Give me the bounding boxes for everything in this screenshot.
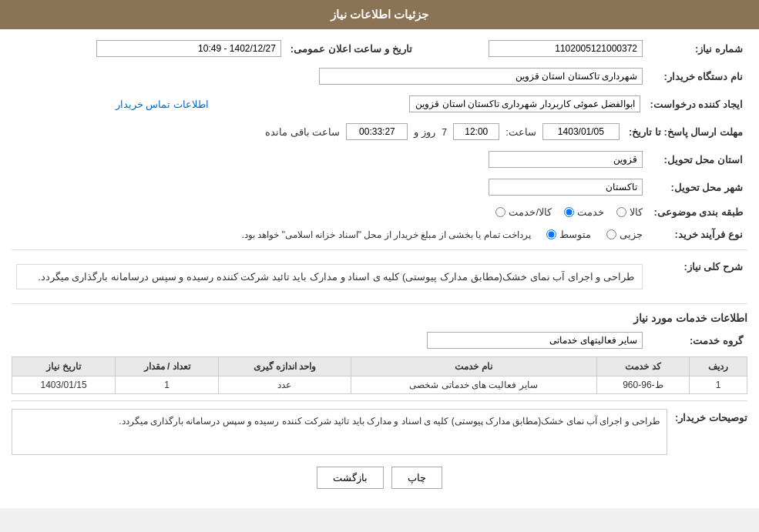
- type-medium-radio[interactable]: [546, 229, 556, 239]
- type-table: نوع فرآیند خرید: جزیی متوسط پرداخت تمام …: [12, 226, 747, 243]
- col-header-count: تعداد / مقدار: [116, 357, 219, 376]
- cell-row: 1: [690, 376, 747, 394]
- deadline-cell: ساعت: 7 روز و ساعت باقی مانده: [12, 120, 624, 143]
- category-goods-service-radio[interactable]: [495, 207, 505, 217]
- deadline-remaining-input[interactable]: [346, 123, 408, 140]
- buyer-notes-row: توصیحات خریدار: طراحی و اجرای آب نمای خش…: [12, 409, 747, 455]
- buyer-notes-box: طراحی و اجرای آب نمای خشک(مطابق مدارک پی…: [12, 409, 667, 455]
- back-button[interactable]: بازگشت: [317, 467, 384, 489]
- category-goods-radio[interactable]: [616, 207, 626, 217]
- category-label: طبقه بندی موضوعی:: [647, 203, 747, 221]
- services-data-table: ردیف کد خدمت نام خدمت واحد اندازه گیری ت…: [12, 356, 747, 394]
- category-service-label[interactable]: خدمت: [564, 206, 604, 218]
- service-group-table: گروه خدمت:: [12, 329, 747, 352]
- type-medium-text: متوسط: [559, 229, 591, 240]
- service-group-label: گروه خدمت:: [647, 329, 747, 352]
- separator-3: [12, 400, 747, 401]
- category-service-text: خدمت: [577, 206, 604, 218]
- col-header-date: تاریخ نیاز: [12, 357, 116, 376]
- category-goods-service-text: کالا/خدمت: [509, 206, 552, 218]
- buyer-notes-label: توصیحات خریدار:: [675, 409, 747, 423]
- creator-input[interactable]: [409, 95, 640, 112]
- cell-name: سایر فعالیت های خدماتی شخصی: [351, 376, 596, 394]
- announcement-input[interactable]: [96, 40, 281, 57]
- category-table: طبقه بندی موضوعی: کالا خدمت کالا/خدمت: [12, 203, 747, 221]
- deadline-date-input[interactable]: [542, 123, 620, 140]
- description-cell: طراحی و اجرای آب نمای خشک(مطابق مدارک پی…: [12, 256, 647, 297]
- province-input[interactable]: [489, 151, 643, 168]
- buttons-row: بازگشت چاپ: [12, 467, 747, 489]
- deadline-label: مهلت ارسال پاسخ: تا تاریخ:: [624, 120, 747, 143]
- separator-2: [12, 303, 747, 304]
- buyer-org-input[interactable]: [319, 68, 643, 85]
- type-medium-label[interactable]: متوسط: [546, 229, 591, 240]
- category-radio-group: کالا خدمت کالا/خدمت: [16, 206, 643, 218]
- col-header-unit: واحد اندازه گیری: [219, 357, 351, 376]
- buyer-org-table: نام دستگاه خریدار:: [12, 65, 747, 88]
- deadline-row: ساعت: 7 روز و ساعت باقی مانده: [16, 123, 620, 140]
- table-row: 1ط-96-960سایر فعالیت های خدماتی شخصیعدد1…: [12, 376, 747, 394]
- buyer-notes-section: توصیحات خریدار: طراحی و اجرای آب نمای خش…: [12, 409, 747, 455]
- creator-label: ایجاد کننده درخواست:: [645, 92, 747, 115]
- page-title: جزئیات اطلاعات نیاز: [331, 8, 428, 21]
- deadline-table: مهلت ارسال پاسخ: تا تاریخ: ساعت: 7 روز و…: [12, 120, 747, 143]
- deadline-days-val: 7: [442, 126, 447, 138]
- category-goods-service-label[interactable]: کالا/خدمت: [495, 206, 552, 218]
- need-number-cell: [417, 37, 647, 60]
- announcement-cell: [12, 37, 286, 60]
- col-header-name: نام خدمت: [351, 357, 596, 376]
- category-service-radio[interactable]: [564, 207, 574, 217]
- contact-link[interactable]: اطلاعات تماس خریدار: [116, 99, 209, 110]
- cell-date: 1403/01/15: [12, 376, 116, 394]
- buyer-org-cell: [45, 65, 647, 88]
- city-input[interactable]: [489, 179, 643, 196]
- main-content: شماره نیاز: تاریخ و ساعت اعلان عمومی: نا…: [0, 29, 759, 508]
- services-section: اطلاعات خدمات مورد نیاز گروه خدمت: ردیف …: [12, 312, 747, 394]
- province-cell: [76, 148, 647, 171]
- need-number-label: شماره نیاز:: [647, 37, 747, 60]
- category-goods-text: کالا: [630, 206, 643, 218]
- type-partial-label[interactable]: جزیی: [606, 229, 643, 240]
- separator-1: [12, 249, 747, 250]
- cell-unit: عدد: [219, 376, 351, 394]
- description-text: طراحی و اجرای آب نمای خشک(مطابق مدارک پی…: [38, 271, 634, 283]
- deadline-days-label: روز و: [414, 126, 435, 138]
- category-cell: کالا خدمت کالا/خدمت: [12, 203, 647, 221]
- col-header-row: ردیف: [690, 357, 747, 376]
- top-info-table: شماره نیاز: تاریخ و ساعت اعلان عمومی:: [12, 37, 747, 60]
- col-header-code: کد خدمت: [596, 357, 690, 376]
- type-row: جزیی متوسط پرداخت تمام یا بخشی از مبلغ خ…: [16, 229, 643, 240]
- creator-cell: [217, 92, 645, 115]
- deadline-time-label: ساعت:: [505, 126, 536, 138]
- type-note-text: پرداخت تمام یا بخشی از مبلغ خریدار از مح…: [242, 229, 531, 240]
- buyer-org-label: نام دستگاه خریدار:: [647, 65, 747, 88]
- province-label: استان محل تحویل:: [647, 148, 747, 171]
- deadline-time-input[interactable]: [453, 123, 499, 140]
- province-table: استان محل تحویل:: [12, 148, 747, 171]
- need-number-input[interactable]: [489, 40, 643, 57]
- service-group-input[interactable]: [427, 332, 643, 349]
- creator-table: ایجاد کننده درخواست: اطلاعات تماس خریدار: [12, 92, 747, 115]
- page-header: جزئیات اطلاعات نیاز: [0, 0, 759, 29]
- buyer-notes-text: طراحی و اجرای آب نمای خشک(مطابق مدارک پی…: [119, 416, 660, 427]
- services-title: اطلاعات خدمات مورد نیاز: [12, 312, 747, 324]
- type-cell: جزیی متوسط پرداخت تمام یا بخشی از مبلغ خ…: [12, 226, 647, 243]
- type-partial-radio[interactable]: [606, 229, 616, 239]
- description-table: شرح کلی نیاز: طراحی و اجرای آب نمای خشک(…: [12, 256, 747, 297]
- category-goods-label[interactable]: کالا: [616, 206, 643, 218]
- cell-count: 1: [116, 376, 219, 394]
- city-table: شهر محل تحویل:: [12, 176, 747, 199]
- announcement-label: تاریخ و ساعت اعلان عمومی:: [286, 37, 417, 60]
- cell-code: ط-96-960: [596, 376, 690, 394]
- description-label: شرح کلی نیاز:: [647, 256, 747, 297]
- city-cell: [76, 176, 647, 199]
- page-wrapper: جزئیات اطلاعات نیاز شماره نیاز: تاریخ و …: [0, 0, 759, 508]
- description-box: طراحی و اجرای آب نمای خشک(مطابق مدارک پی…: [16, 264, 643, 289]
- type-partial-text: جزیی: [620, 229, 643, 240]
- deadline-remaining-label: ساعت باقی مانده: [265, 126, 340, 138]
- city-label: شهر محل تحویل:: [647, 176, 747, 199]
- print-button[interactable]: چاپ: [391, 467, 442, 489]
- service-group-cell: [12, 329, 647, 352]
- type-label: نوع فرآیند خرید:: [647, 226, 747, 243]
